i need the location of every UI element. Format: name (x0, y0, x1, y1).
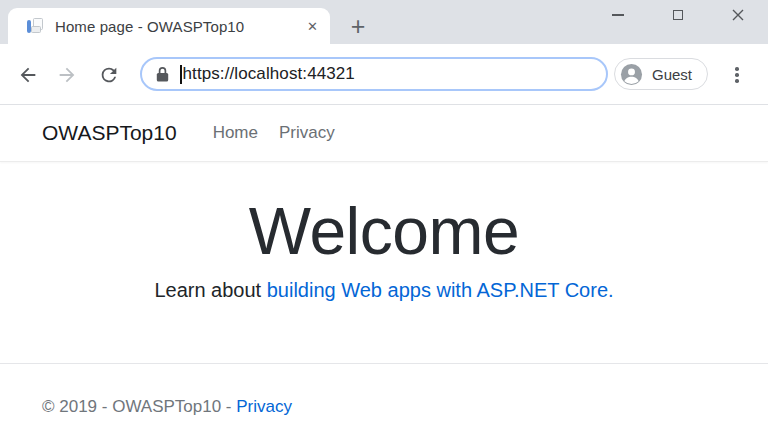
avatar-icon (620, 63, 643, 86)
lock-icon[interactable] (156, 66, 169, 83)
maximize-icon (673, 10, 683, 20)
intro-text: Learn about building Web apps with ASP.N… (0, 279, 768, 302)
window-controls (588, 0, 768, 30)
site-navbar: OWASPTop10 Home Privacy (0, 105, 768, 162)
tab-close-icon[interactable]: ✕ (307, 20, 318, 33)
site-favicon-icon (27, 18, 44, 35)
navbar-brand[interactable]: OWASPTop10 (42, 121, 177, 145)
maximize-button[interactable] (648, 0, 708, 30)
intro-prefix: Learn about (154, 279, 266, 301)
new-tab-button[interactable]: + (343, 12, 373, 40)
browser-window: Home page - OWASPTop10 ✕ + (0, 0, 768, 441)
text-caret (180, 65, 182, 84)
footer-text: © 2019 - OWASPTop10 - Privacy (0, 364, 768, 417)
browser-toolbar: https://localhost:44321 Guest (0, 44, 768, 105)
window-close-icon (732, 9, 744, 21)
minimize-icon (612, 14, 624, 16)
more-menu-icon (735, 67, 739, 71)
url-text: https://localhost:44321 (183, 64, 355, 84)
footer-privacy-link[interactable]: Privacy (236, 397, 292, 416)
back-button[interactable] (14, 61, 42, 89)
address-bar[interactable]: https://localhost:44321 (140, 57, 608, 91)
plus-icon: + (351, 12, 366, 41)
profile-label: Guest (652, 66, 692, 83)
window-close-button[interactable] (708, 0, 768, 30)
aspnet-core-link[interactable]: building Web apps with ASP.NET Core. (267, 279, 614, 301)
browser-tab[interactable]: Home page - OWASPTop10 ✕ (8, 8, 330, 44)
tab-title: Home page - OWASPTop10 (55, 18, 301, 35)
copyright-text: © 2019 - OWASPTop10 - (42, 397, 236, 416)
forward-icon (56, 64, 78, 86)
tab-strip: Home page - OWASPTop10 ✕ + (0, 0, 768, 44)
site-footer: © 2019 - OWASPTop10 - Privacy (0, 363, 768, 441)
nav-link-home[interactable]: Home (204, 123, 267, 143)
main-content: Welcome Learn about building Web apps wi… (0, 162, 768, 302)
reload-icon (98, 64, 120, 86)
browser-menu-button[interactable] (729, 61, 745, 89)
profile-button[interactable]: Guest (614, 58, 708, 90)
page-title: Welcome (0, 162, 768, 264)
back-icon (17, 64, 39, 86)
nav-link-privacy[interactable]: Privacy (270, 123, 344, 143)
minimize-button[interactable] (588, 0, 648, 30)
forward-button[interactable] (53, 61, 81, 89)
reload-button[interactable] (95, 61, 123, 89)
